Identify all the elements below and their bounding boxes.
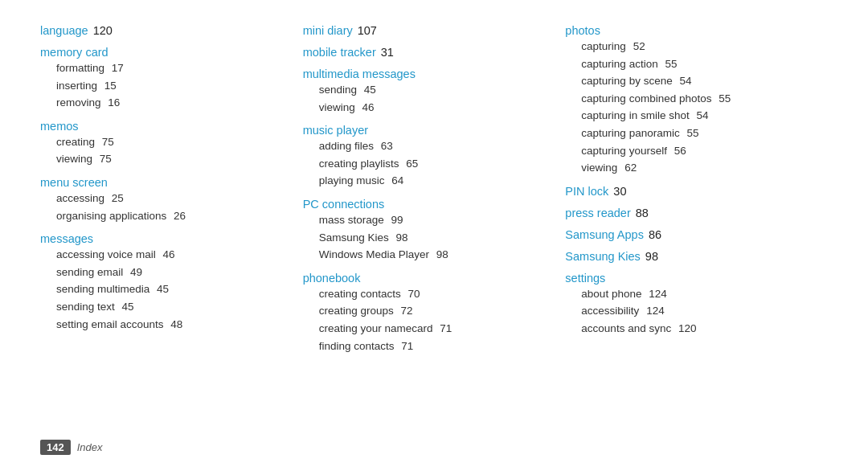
index-entry: phonebookcreating contacts 70creating gr… bbox=[303, 272, 566, 354]
sub-item: creating groups 72 bbox=[319, 302, 566, 320]
sub-item: accessibility 124 bbox=[581, 302, 828, 320]
sub-item-page-num: 75 bbox=[100, 153, 112, 165]
sub-item: capturing by scene 54 bbox=[581, 72, 828, 90]
sub-item-page-num: 54 bbox=[696, 109, 708, 121]
sub-item: capturing panoramic 55 bbox=[581, 125, 828, 142]
content-columns: language120memory cardformatting 17inser… bbox=[40, 24, 828, 432]
sub-item: capturing action 55 bbox=[581, 55, 828, 73]
column-0: language120memory cardformatting 17inser… bbox=[40, 24, 303, 432]
footer-label: Index bbox=[77, 441, 103, 453]
index-entry: memory cardformatting 17inserting 15remo… bbox=[40, 46, 303, 112]
sub-item: capturing 52 bbox=[581, 38, 828, 55]
sub-item-page-num: 45 bbox=[364, 84, 376, 96]
index-entry: messagesaccessing voice mail 46sending e… bbox=[40, 232, 303, 333]
entry-header: menu screen bbox=[40, 176, 303, 189]
index-entry: Samsung Apps86 bbox=[565, 228, 828, 242]
sub-item: creating contacts 70 bbox=[319, 285, 566, 303]
entry-header: multimedia messages bbox=[303, 68, 566, 80]
index-entry: language120 bbox=[40, 24, 303, 38]
sub-item-page-num: 17 bbox=[112, 62, 124, 74]
entry-page-num: 88 bbox=[636, 207, 649, 219]
sub-item: capturing yourself 56 bbox=[581, 142, 828, 160]
entry-page-num: 86 bbox=[649, 228, 661, 241]
entry-header: PC connections bbox=[303, 198, 566, 211]
index-entry: Samsung Kies98 bbox=[565, 250, 828, 264]
index-entry: mobile tracker31 bbox=[303, 46, 566, 59]
sub-item: creating your namecard 71 bbox=[319, 320, 566, 338]
entry-header: press reader88 bbox=[565, 207, 828, 219]
sub-item: capturing combined photos 55 bbox=[581, 90, 828, 108]
sub-item: mass storage 99 bbox=[319, 211, 566, 229]
sub-item-page-num: 56 bbox=[674, 145, 686, 157]
sub-item-page-num: 64 bbox=[391, 174, 403, 186]
sub-item-page-num: 25 bbox=[112, 192, 124, 204]
entry-page-num: 30 bbox=[613, 185, 626, 198]
sub-item-page-num: 48 bbox=[170, 318, 182, 330]
sub-item: creating playlists 65 bbox=[319, 155, 566, 173]
sub-item-page-num: 54 bbox=[679, 75, 691, 87]
entry-page-num: 120 bbox=[93, 24, 113, 37]
sub-item-page-num: 55 bbox=[686, 127, 698, 139]
entry-header: memos bbox=[40, 120, 303, 133]
entry-header: Samsung Apps86 bbox=[565, 228, 828, 241]
sub-item: adding files 63 bbox=[319, 137, 566, 155]
entry-header: memory card bbox=[40, 46, 303, 59]
index-entry: PIN lock30 bbox=[565, 185, 828, 199]
sub-item-page-num: 62 bbox=[624, 162, 637, 174]
index-entry: PC connectionsmass storage 99Samsung Kie… bbox=[303, 198, 566, 264]
sub-item: capturing in smile shot 54 bbox=[581, 107, 828, 125]
sub-item-page-num: 49 bbox=[130, 266, 142, 278]
sub-item-page-num: 65 bbox=[406, 158, 418, 170]
sub-item-page-num: 46 bbox=[362, 101, 374, 113]
entry-header: music player bbox=[303, 124, 566, 137]
index-entry: memoscreating 75viewing 75 bbox=[40, 120, 303, 168]
sub-item: sending email 49 bbox=[56, 264, 303, 281]
entry-page-num: 31 bbox=[381, 46, 394, 59]
sub-item: sending multimedia 45 bbox=[56, 281, 303, 298]
sub-item-page-num: 55 bbox=[719, 92, 731, 104]
entry-header: PIN lock30 bbox=[565, 185, 828, 198]
sub-item-page-num: 124 bbox=[649, 288, 667, 300]
sub-item-page-num: 98 bbox=[436, 248, 448, 260]
footer-page-number: 142 bbox=[40, 440, 71, 455]
sub-item-page-num: 70 bbox=[407, 288, 420, 300]
sub-item: accessing voice mail 46 bbox=[56, 246, 303, 264]
sub-item: organising applications 26 bbox=[56, 207, 303, 225]
sub-item: removing 16 bbox=[56, 94, 303, 112]
sub-item-page-num: 71 bbox=[440, 322, 452, 334]
sub-item: viewing 62 bbox=[581, 159, 828, 177]
sub-item: setting email accounts 48 bbox=[56, 316, 303, 334]
sub-item-page-num: 71 bbox=[401, 340, 413, 352]
index-entry: music playeradding files 63creating play… bbox=[303, 124, 566, 190]
entry-header: messages bbox=[40, 232, 303, 245]
index-entry: photoscapturing 52capturing action 55cap… bbox=[565, 24, 828, 177]
sub-item-page-num: 15 bbox=[104, 80, 117, 92]
sub-item: sending 45 bbox=[319, 81, 566, 99]
sub-item-page-num: 52 bbox=[633, 40, 645, 52]
sub-item-page-num: 72 bbox=[400, 305, 412, 317]
sub-item-page-num: 98 bbox=[395, 231, 407, 244]
sub-item: finding contacts 71 bbox=[319, 338, 566, 355]
entry-header: mini diary107 bbox=[303, 24, 566, 37]
sub-item: Samsung Kies 98 bbox=[319, 229, 566, 247]
sub-item-page-num: 26 bbox=[174, 210, 186, 222]
sub-item-page-num: 63 bbox=[381, 140, 393, 152]
sub-item-page-num: 45 bbox=[157, 283, 169, 295]
entry-header: Samsung Kies98 bbox=[565, 250, 828, 263]
sub-item: sending text 45 bbox=[56, 298, 303, 316]
index-entry: multimedia messagessending 45viewing 46 bbox=[303, 68, 566, 116]
index-entry: settingsabout phone 124accessibility 124… bbox=[565, 272, 828, 338]
entry-header: settings bbox=[565, 272, 828, 285]
entry-page-num: 98 bbox=[645, 250, 658, 263]
footer: 142 Index bbox=[40, 440, 828, 455]
entry-header: phonebook bbox=[303, 272, 566, 285]
sub-item: playing music 64 bbox=[319, 172, 566, 190]
page: language120memory cardformatting 17inser… bbox=[0, 0, 868, 471]
entry-header: mobile tracker31 bbox=[303, 46, 566, 59]
column-2: photoscapturing 52capturing action 55cap… bbox=[565, 24, 828, 432]
sub-item: inserting 15 bbox=[56, 77, 303, 95]
sub-item: viewing 75 bbox=[56, 150, 303, 168]
sub-item: accessing 25 bbox=[56, 190, 303, 207]
sub-item-page-num: 120 bbox=[678, 322, 697, 334]
sub-item-page-num: 16 bbox=[108, 96, 120, 109]
